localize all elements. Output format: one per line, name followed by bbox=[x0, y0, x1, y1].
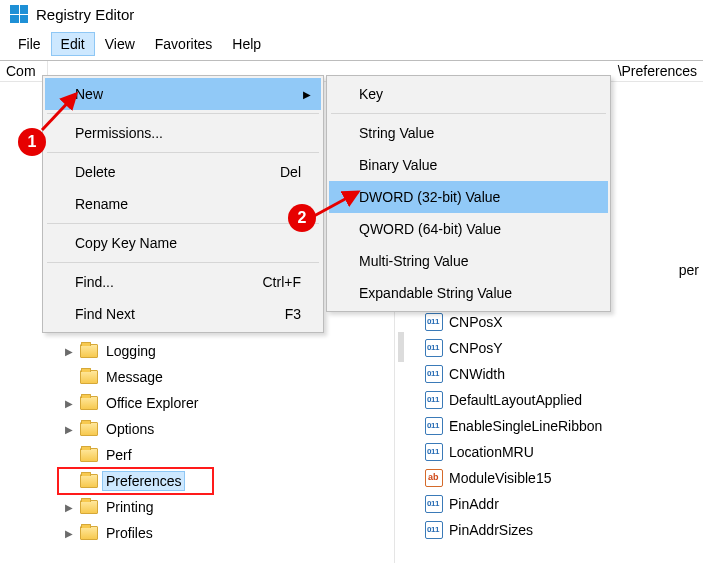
binary-value-icon bbox=[425, 365, 443, 383]
tree-item[interactable]: Message bbox=[62, 364, 394, 390]
binary-value-icon bbox=[425, 417, 443, 435]
new-string-value[interactable]: String Value bbox=[329, 117, 608, 149]
folder-icon bbox=[80, 422, 98, 436]
menu-view[interactable]: View bbox=[95, 32, 145, 56]
folder-icon bbox=[80, 396, 98, 410]
edit-new[interactable]: New ▶ bbox=[45, 78, 321, 110]
tree-item-label: Logging bbox=[102, 341, 160, 361]
tree-item[interactable]: Perf bbox=[62, 442, 394, 468]
shortcut: Del bbox=[280, 164, 301, 180]
value-row[interactable]: EnableSingleLineRibbon bbox=[407, 413, 703, 439]
binary-value-icon bbox=[425, 339, 443, 357]
value-name: DefaultLayoutApplied bbox=[449, 392, 582, 408]
tree-item-label: Profiles bbox=[102, 523, 157, 543]
menu-edit[interactable]: Edit bbox=[51, 32, 95, 56]
tree-item-label: Printing bbox=[102, 497, 157, 517]
edit-delete[interactable]: Delete Del bbox=[45, 156, 321, 188]
new-expandstring-value[interactable]: Expandable String Value bbox=[329, 277, 608, 309]
value-name: LocationMRU bbox=[449, 444, 534, 460]
folder-icon bbox=[80, 526, 98, 540]
value-name: CNWidth bbox=[449, 366, 505, 382]
value-name: PinAddrSizes bbox=[449, 522, 533, 538]
edit-dropdown: New ▶ Permissions... Delete Del Rename C… bbox=[42, 75, 324, 333]
header-col-name: Com bbox=[0, 61, 48, 81]
tree-item-label: Preferences bbox=[102, 471, 185, 491]
edit-rename[interactable]: Rename bbox=[45, 188, 321, 220]
titlebar: Registry Editor bbox=[0, 0, 703, 28]
value-row[interactable]: DefaultLayoutApplied bbox=[407, 387, 703, 413]
menu-help[interactable]: Help bbox=[222, 32, 271, 56]
expander-icon[interactable]: ▶ bbox=[62, 528, 76, 539]
tree-item[interactable]: ▶Printing bbox=[62, 494, 394, 520]
menu-favorites[interactable]: Favorites bbox=[145, 32, 223, 56]
binary-value-icon bbox=[425, 313, 443, 331]
annotation-callout-2: 2 bbox=[288, 204, 316, 232]
binary-value-icon bbox=[425, 391, 443, 409]
new-qword-value[interactable]: QWORD (64-bit) Value bbox=[329, 213, 608, 245]
binary-value-icon bbox=[425, 443, 443, 461]
app-title: Registry Editor bbox=[36, 6, 134, 23]
expander-icon[interactable]: ▶ bbox=[62, 502, 76, 513]
value-row[interactable]: CNPosX bbox=[407, 309, 703, 335]
new-dword-value[interactable]: DWORD (32-bit) Value bbox=[329, 181, 608, 213]
tree-item-label: Perf bbox=[102, 445, 136, 465]
tree-item-label: Options bbox=[102, 419, 158, 439]
value-row[interactable]: PinAddr bbox=[407, 491, 703, 517]
value-row[interactable]: CNPosY bbox=[407, 335, 703, 361]
expander-icon[interactable]: ▶ bbox=[62, 398, 76, 409]
expander-icon[interactable]: ▶ bbox=[62, 424, 76, 435]
menu-separator bbox=[47, 223, 319, 224]
value-row[interactable]: PinAddrSizes bbox=[407, 517, 703, 543]
menubar: File Edit View Favorites Help bbox=[0, 28, 703, 60]
value-row[interactable]: ModuleVisible15 bbox=[407, 465, 703, 491]
tree-item-label: Office Explorer bbox=[102, 393, 202, 413]
tree-item[interactable]: ▶Office Explorer bbox=[62, 390, 394, 416]
edit-permissions[interactable]: Permissions... bbox=[45, 117, 321, 149]
value-row[interactable]: LocationMRU bbox=[407, 439, 703, 465]
new-binary-value[interactable]: Binary Value bbox=[329, 149, 608, 181]
shortcut: Ctrl+F bbox=[263, 274, 302, 290]
menu-file[interactable]: File bbox=[8, 32, 51, 56]
tree-item[interactable]: ▶Options bbox=[62, 416, 394, 442]
menu-separator bbox=[47, 262, 319, 263]
value-name-truncated: per bbox=[679, 262, 699, 278]
binary-value-icon bbox=[425, 495, 443, 513]
folder-icon bbox=[80, 500, 98, 514]
folder-icon bbox=[80, 448, 98, 462]
edit-new-label: New bbox=[75, 86, 103, 102]
binary-value-icon bbox=[425, 521, 443, 539]
tree-item[interactable]: ▶Logging bbox=[62, 338, 394, 364]
value-name: CNPosY bbox=[449, 340, 503, 356]
edit-find-next[interactable]: Find Next F3 bbox=[45, 298, 321, 330]
string-value-icon bbox=[425, 469, 443, 487]
value-name: CNPosX bbox=[449, 314, 503, 330]
folder-icon bbox=[80, 474, 98, 488]
submenu-arrow-icon: ▶ bbox=[303, 89, 311, 100]
new-multistring-value[interactable]: Multi-String Value bbox=[329, 245, 608, 277]
edit-find[interactable]: Find... Ctrl+F bbox=[45, 266, 321, 298]
value-name: EnableSingleLineRibbon bbox=[449, 418, 602, 434]
expander-icon[interactable]: ▶ bbox=[62, 346, 76, 357]
folder-icon bbox=[80, 344, 98, 358]
new-key[interactable]: Key bbox=[329, 78, 608, 110]
regedit-icon bbox=[10, 5, 28, 23]
tree-item-label: Message bbox=[102, 367, 167, 387]
value-row[interactable]: CNWidth bbox=[407, 361, 703, 387]
value-name: PinAddr bbox=[449, 496, 499, 512]
new-submenu: Key String Value Binary Value DWORD (32-… bbox=[326, 75, 611, 312]
menu-separator bbox=[47, 113, 319, 114]
folder-icon bbox=[80, 370, 98, 384]
tree-item[interactable]: Preferences bbox=[58, 468, 213, 494]
menu-separator bbox=[47, 152, 319, 153]
shortcut: F3 bbox=[285, 306, 301, 322]
menu-separator bbox=[331, 113, 606, 114]
value-name: ModuleVisible15 bbox=[449, 470, 551, 486]
tree-item[interactable]: ▶Profiles bbox=[62, 520, 394, 546]
annotation-callout-1: 1 bbox=[18, 128, 46, 156]
edit-copy-key-name[interactable]: Copy Key Name bbox=[45, 227, 321, 259]
